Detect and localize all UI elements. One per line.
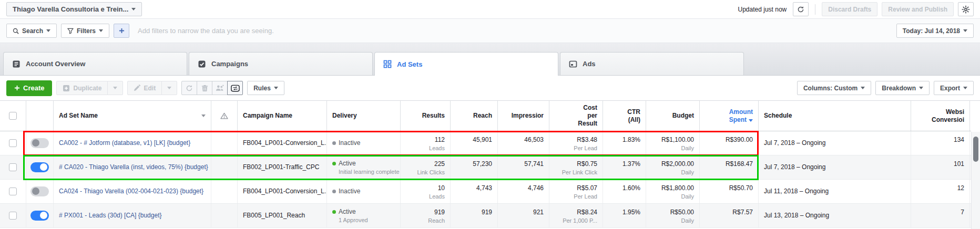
cost-per-result-value: R$3.48 bbox=[555, 136, 597, 143]
refresh-button[interactable] bbox=[793, 2, 809, 16]
ad-set-name-link[interactable]: # CA020 - Thiago Varella (inst, videos, … bbox=[59, 163, 208, 171]
duplicate-menu-button[interactable] bbox=[107, 81, 123, 95]
filters-button[interactable]: Filters bbox=[61, 24, 109, 38]
topbar-actions: Updated just now Discard Drafts Review a… bbox=[738, 2, 974, 16]
toggle-knob bbox=[32, 188, 39, 195]
date-range-selector[interactable]: Today: Jul 14, 2018 bbox=[896, 24, 974, 38]
column-header-reach[interactable]: Reach bbox=[451, 101, 498, 131]
add-filter-button[interactable] bbox=[114, 24, 129, 38]
ad-set-name-link[interactable]: CA002 - # Jotform (database, v1) [LK] {b… bbox=[59, 139, 190, 147]
column-header-budget[interactable]: Budget bbox=[646, 101, 700, 131]
ad-set-status-toggle[interactable] bbox=[30, 138, 49, 148]
edit-menu-button[interactable] bbox=[161, 81, 177, 95]
results-sub: Link Clicks bbox=[406, 169, 445, 175]
cost-per-result-cell: R$3.48Per Lead bbox=[549, 131, 603, 155]
warning-cell bbox=[211, 131, 238, 155]
tab-label: Ad Sets bbox=[397, 60, 422, 68]
column-header-cost[interactable]: CostperResult bbox=[549, 101, 603, 131]
toggle-knob bbox=[40, 212, 47, 219]
people-icon bbox=[216, 85, 224, 91]
create-button[interactable]: Create bbox=[6, 80, 52, 96]
column-header-results[interactable]: Results bbox=[401, 101, 451, 131]
budget-value: R$2,000.00 bbox=[651, 160, 694, 168]
column-header-delivery[interactable]: Delivery bbox=[327, 101, 401, 131]
settings-button[interactable] bbox=[958, 2, 974, 16]
table-row: # PX001 - Leads (30d) [CA] {budget}FB005… bbox=[0, 204, 971, 228]
view-setup-button[interactable] bbox=[227, 81, 243, 95]
column-header-label: Campaign Name bbox=[243, 112, 292, 120]
column-header-spent[interactable]: AmountSpent bbox=[700, 101, 759, 131]
budget-sub: Daily bbox=[651, 193, 694, 200]
ad-set-status-toggle[interactable] bbox=[30, 211, 49, 221]
row-select-cell bbox=[0, 155, 26, 179]
column-header-label: Budget bbox=[672, 112, 694, 120]
audience-button[interactable] bbox=[212, 81, 228, 95]
column-header-campaign[interactable]: Campaign Name bbox=[238, 101, 327, 131]
gear-icon bbox=[962, 5, 970, 14]
breakdown-button[interactable]: Breakdown bbox=[875, 81, 930, 95]
column-header-schedule[interactable]: Schedule bbox=[759, 101, 911, 131]
column-header-impressions[interactable]: Impressior bbox=[498, 101, 549, 131]
ad-set-name-link[interactable]: CA024 - Thiago Varella (002-004-021-023)… bbox=[59, 188, 203, 195]
row-toggle-cell bbox=[26, 131, 54, 155]
column-header-name[interactable]: Ad Set Name bbox=[54, 101, 211, 131]
swap-arrows-icon bbox=[231, 85, 240, 92]
reach-cell: 4,743 bbox=[451, 180, 498, 203]
ad-set-status-toggle[interactable] bbox=[30, 162, 49, 172]
schedule-cell: Jul 13, 2018 – Ongoing bbox=[759, 204, 911, 227]
results-value: 112 bbox=[406, 136, 445, 143]
table-toolbar: Create Duplicate Edit bbox=[0, 76, 980, 101]
delivery-dot-icon bbox=[332, 162, 336, 165]
rules-button[interactable]: Rules bbox=[247, 81, 284, 95]
tab-ads[interactable]: Ads bbox=[560, 52, 744, 75]
export-button[interactable]: Export bbox=[934, 81, 974, 95]
delete-button[interactable] bbox=[197, 81, 212, 95]
search-button[interactable]: Search bbox=[6, 24, 57, 38]
revert-button[interactable] bbox=[181, 81, 197, 95]
delivery-dot-icon bbox=[332, 141, 336, 145]
column-header-conversions[interactable]: WebsiConversioi bbox=[911, 101, 970, 131]
chevron-down-icon bbox=[274, 87, 278, 89]
filters-label: Filters bbox=[77, 27, 96, 35]
delivery-cell: ActiveInitial learning complete bbox=[327, 155, 401, 179]
warning-icon bbox=[220, 112, 228, 119]
chevron-down-icon bbox=[113, 87, 117, 89]
row-checkbox[interactable] bbox=[9, 163, 17, 171]
tab-ad-sets[interactable]: Ad Sets bbox=[374, 52, 558, 76]
row-checkbox[interactable] bbox=[9, 188, 17, 195]
account-selector[interactable]: Thiago Varella Consultoria e Trein... bbox=[6, 2, 142, 16]
edit-button-group: Edit bbox=[127, 81, 177, 95]
campaign-name-cell: FB002_LP001-Traffic_CPC bbox=[238, 155, 327, 179]
ad-set-status-toggle[interactable] bbox=[30, 186, 49, 196]
scrollbar-thumb[interactable] bbox=[973, 137, 978, 162]
column-header-ctr[interactable]: CTR(All) bbox=[603, 101, 646, 131]
results-sub: Leads bbox=[406, 193, 445, 200]
duplicate-button[interactable]: Duplicate bbox=[56, 81, 108, 95]
toggle-knob bbox=[40, 163, 47, 171]
review-publish-button[interactable]: Review and Publish bbox=[882, 2, 954, 16]
edit-button[interactable]: Edit bbox=[127, 81, 162, 95]
budget-cell: R$1,800.00Daily bbox=[646, 180, 700, 203]
sort-caret-icon bbox=[201, 114, 206, 117]
impressions-cell: 921 bbox=[498, 204, 549, 227]
row-checkbox[interactable] bbox=[9, 212, 17, 220]
vertical-scrollbar[interactable] bbox=[971, 132, 980, 229]
column-header-warning[interactable] bbox=[211, 101, 238, 131]
ad-set-name-cell: CA002 - # Jotform (database, v1) [LK] {b… bbox=[54, 131, 211, 155]
table-header-row: Ad Set NameCampaign NameDeliveryResultsR… bbox=[0, 101, 971, 131]
chevron-down-icon bbox=[963, 29, 967, 32]
discard-drafts-button[interactable]: Discard Drafts bbox=[822, 2, 877, 16]
ad-set-name-link[interactable]: # PX001 - Leads (30d) [CA] {budget} bbox=[59, 212, 161, 219]
column-header-label: Ad Set Name bbox=[59, 112, 98, 120]
impressions-cell: 4,746 bbox=[498, 180, 549, 203]
tab-campaigns[interactable]: Campaigns bbox=[189, 52, 373, 75]
budget-value: R$1,100.00 bbox=[651, 136, 694, 143]
row-checkbox[interactable] bbox=[9, 139, 17, 147]
account-overview-icon bbox=[12, 60, 21, 68]
delivery-status: Inactive bbox=[332, 139, 395, 147]
amount-spent-cell: R$390.00 bbox=[700, 131, 759, 155]
select-all-checkbox[interactable] bbox=[9, 112, 17, 120]
columns-button[interactable]: Columns: Custom bbox=[797, 81, 871, 95]
tab-account-overview[interactable]: Account Overview bbox=[3, 52, 187, 75]
duplicate-button-group: Duplicate bbox=[56, 81, 123, 95]
